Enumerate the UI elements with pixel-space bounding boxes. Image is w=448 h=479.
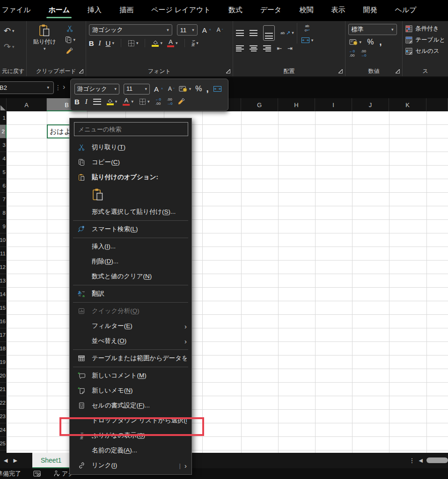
align-center-button[interactable] [250, 45, 257, 51]
bold-button[interactable]: B [89, 39, 94, 47]
scroll-left-icon[interactable]: ◀ [419, 457, 423, 464]
row-header-17[interactable]: 17 [0, 328, 7, 342]
undo-button[interactable]: ↶▾ [4, 26, 15, 36]
row-header-25[interactable]: 25 [0, 437, 7, 450]
mini-percent-button[interactable]: % [195, 85, 202, 93]
italic-button[interactable]: I [99, 39, 101, 47]
menu-item-get-data-from-table[interactable]: テーブルまたは範囲からデータを... [70, 351, 191, 366]
mini-font-color-button[interactable]: A▾ [123, 97, 133, 106]
next-sheet-button[interactable]: ▶ [13, 457, 17, 464]
horizontal-scrollbar[interactable]: ⋮ ◀ [409, 455, 448, 466]
menu-item-sort[interactable]: 並べ替え(O)› [70, 334, 191, 348]
percent-style-button[interactable]: % [367, 38, 374, 46]
menu-item-pick-from-dropdown[interactable]: ドロップダウン リストから選択(K... [70, 413, 191, 428]
row-header-21[interactable]: 21 [0, 383, 7, 396]
paste-button[interactable]: 貼り付け ▾ [29, 23, 60, 51]
menu-item-link[interactable]: リンク(I)|› [70, 458, 191, 473]
clipboard-dialog-launcher[interactable] [79, 69, 83, 73]
ribbon-tab-データ[interactable]: データ [259, 1, 283, 20]
row-header-18[interactable]: 18 [0, 342, 7, 356]
row-header-3[interactable]: 3 [0, 138, 7, 152]
redo-button[interactable]: ↷▾ [4, 42, 15, 52]
column-header-I[interactable]: I [315, 98, 352, 111]
font-size-combo[interactable]: 11▾ [177, 24, 198, 36]
row-header-5[interactable]: 5 [0, 166, 7, 179]
select-all-corner[interactable] [0, 98, 7, 111]
number-dialog-launcher[interactable] [396, 69, 400, 73]
row-header-7[interactable]: 7 [0, 193, 7, 206]
macro-record-icon[interactable] [33, 471, 42, 477]
mini-decrease-decimal-button[interactable]: .00→0 [167, 97, 172, 106]
menu-item-insert[interactable]: 挿入(I)... [70, 239, 191, 254]
ribbon-tab-表示[interactable]: 表示 [330, 1, 346, 20]
align-top-button[interactable] [236, 30, 244, 36]
phonetic-guide-button[interactable]: ア亜▾ [191, 40, 198, 47]
mini-accounting-button[interactable]: ▾ [179, 86, 191, 92]
decrease-decimal-button[interactable]: .00→0 [360, 49, 366, 58]
menu-item-delete[interactable]: 削除(D)... [70, 254, 191, 269]
ribbon-tab-開発[interactable]: 開発 [362, 1, 378, 20]
fill-color-button[interactable]: ▾ [152, 40, 162, 47]
row-header-1[interactable]: 1 [0, 111, 7, 125]
decrease-indent-button[interactable]: ⇤ [277, 45, 282, 52]
ribbon-tab-挿入[interactable]: 挿入 [87, 1, 103, 20]
format-painter-button[interactable] [65, 47, 76, 55]
row-header-10[interactable]: 10 [0, 233, 7, 247]
row-header-23[interactable]: 23 [0, 410, 7, 423]
menu-item-paste-special[interactable]: 形式を選択して貼り付け(S)... [70, 204, 191, 219]
cell-styles-button[interactable]: セルのス [405, 47, 445, 55]
align-bottom-button[interactable] [263, 25, 275, 41]
menu-item-cut[interactable]: 切り取り(T) [70, 140, 191, 155]
menu-item-paste-option-keep-formatting[interactable] [70, 185, 191, 204]
align-left-button[interactable] [236, 45, 244, 51]
row-header-20[interactable]: 20 [0, 369, 7, 383]
row-header-9[interactable]: 9 [0, 220, 7, 233]
row-header-19[interactable]: 19 [0, 356, 7, 369]
menu-item-translate[interactable]: あa翻訳 [70, 286, 191, 301]
align-right-button[interactable] [263, 45, 271, 51]
underline-button[interactable]: U▾ [106, 39, 114, 47]
name-box-dropdown-icon[interactable]: ▾ [47, 86, 49, 90]
menu-item-copy[interactable]: コピー(C) [70, 155, 191, 170]
increase-indent-button[interactable]: ⇥ [287, 45, 293, 52]
mini-bold-button[interactable]: B [74, 98, 80, 106]
align-middle-button[interactable] [250, 30, 257, 36]
mini-increase-decimal-button[interactable]: ←0.00 [155, 97, 161, 106]
mini-merge-button[interactable] [213, 86, 222, 92]
column-header-G[interactable]: G [241, 98, 278, 111]
ribbon-tab-校閲[interactable]: 校閲 [298, 1, 314, 20]
menu-item-filter[interactable]: フィルター(E)› [70, 319, 191, 334]
mini-font-size-combo[interactable]: 11▾ [124, 84, 150, 94]
column-header-A[interactable]: A [7, 98, 47, 111]
row-header-13[interactable]: 13 [0, 274, 7, 288]
menu-item-new-note[interactable]: 新しいメモ(N) [70, 383, 191, 398]
row-header-2[interactable]: 2 [0, 125, 7, 138]
wrap-text-button[interactable]: abc↩ [301, 24, 314, 32]
borders-button[interactable]: ▾ [128, 40, 139, 47]
column-header-blank[interactable] [426, 98, 448, 111]
mini-format-painter-button[interactable] [178, 98, 185, 105]
ribbon-tab-ヘルプ[interactable]: ヘルプ [394, 1, 417, 20]
menu-item-format-cells[interactable]: セルの書式設定(F)... [70, 398, 191, 413]
ribbon-tab-描画[interactable]: 描画 [118, 1, 134, 20]
mini-comma-button[interactable]: , [206, 87, 208, 91]
menu-item-define-name[interactable]: 名前の定義(A)... [70, 443, 191, 458]
column-header-K[interactable]: K [389, 98, 426, 111]
row-header-24[interactable]: 24 [0, 423, 7, 437]
row-header-4[interactable]: 4 [0, 152, 7, 166]
row-header-16[interactable]: 16 [0, 315, 7, 328]
shrink-font-button[interactable]: Aˇ [217, 27, 223, 33]
increase-decimal-button[interactable]: ←0.00 [349, 49, 355, 58]
accounting-format-button[interactable]: ▾ [349, 39, 362, 45]
copy-button[interactable]: ▾ [65, 36, 76, 44]
row-header-6[interactable]: 6 [0, 179, 7, 193]
mini-shrink-font-button[interactable]: Aˇ [168, 86, 175, 92]
menu-item-show-phonetic[interactable]: ア亜ふりがなの表示(S) [70, 428, 191, 443]
scrollbar-thumb[interactable] [426, 457, 448, 463]
mini-fill-color-button[interactable]: ▾ [107, 98, 118, 105]
font-name-combo[interactable]: 游ゴシック▾ [89, 24, 172, 36]
mini-borders-button[interactable]: ▾ [139, 98, 150, 105]
font-color-button[interactable]: A▾ [167, 39, 178, 47]
menu-item-clear-contents[interactable]: 数式と値のクリア(N) [70, 269, 191, 284]
row-header-14[interactable]: 14 [0, 288, 7, 301]
